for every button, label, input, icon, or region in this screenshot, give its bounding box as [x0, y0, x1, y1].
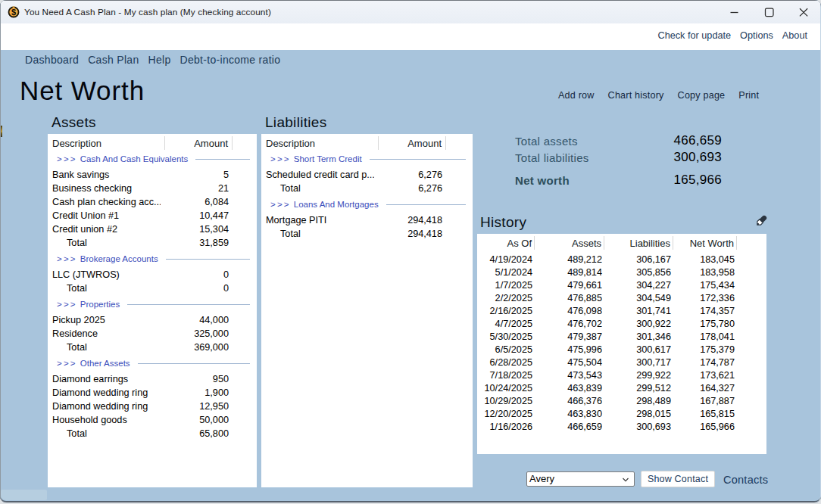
svg-text:$: $	[11, 8, 16, 17]
